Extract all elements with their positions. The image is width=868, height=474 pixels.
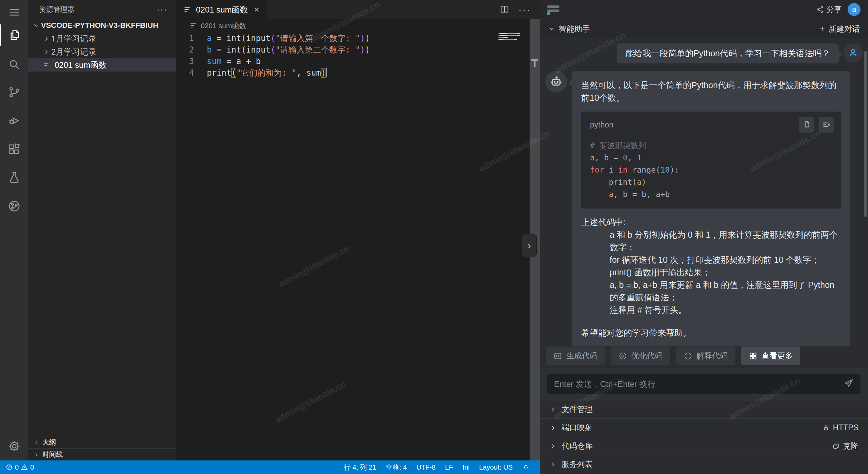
source-control-icon[interactable] — [0, 81, 28, 103]
chevron-right-icon — [42, 48, 51, 56]
insert-code-button[interactable] — [818, 117, 834, 133]
assistant-code-block: python # 斐波那契数列a, b = 0, 1for i in range… — [581, 112, 841, 209]
notifications-bell-icon[interactable] — [517, 463, 534, 472]
section-code-repo[interactable]: 代码仓库 克隆 — [540, 437, 868, 455]
minimap-letter: T — [530, 57, 540, 70]
robot-avatar-icon — [545, 71, 567, 93]
share-button[interactable]: 分享 — [816, 4, 842, 15]
explain-code-button[interactable]: 解释代码 — [676, 347, 735, 365]
closing-text: 希望能对您的学习带来帮助。 — [581, 327, 841, 339]
generate-code-button[interactable]: 生成代码 — [546, 347, 605, 365]
explain-item: a 和 b 分别初始化为 0 和 1，用来计算斐波那契数列的前两个数字； — [581, 229, 841, 254]
explorer-icon[interactable] — [0, 24, 28, 46]
indentation[interactable]: 空格: 4 — [381, 463, 412, 472]
explain-list: a 和 b 分别初始化为 0 和 1，用来计算斐波那契数列的前两个数字；for … — [581, 229, 841, 316]
user-avatar[interactable]: a — [848, 3, 861, 16]
status-bar: 0 0 行 4, 列 21 空格: 4 UTF-8 LF Ini Layout:… — [0, 460, 540, 474]
clone-icon — [832, 442, 840, 450]
share-icon — [816, 5, 824, 14]
new-chat-label: 新建对话 — [829, 24, 860, 34]
code-language-label: python — [590, 119, 613, 131]
assistant-intro-text: 当然可以，以下是一个简单的Python代码，用于求解斐波那契数列的前10个数。 — [581, 79, 841, 104]
run-debug-icon[interactable] — [0, 110, 28, 132]
view-more-button[interactable]: 查看更多 — [741, 347, 800, 365]
sidebar-item-folder1[interactable]: 1月学习记录 — [28, 32, 176, 45]
file1-label: 0201 sum函数 — [55, 60, 106, 71]
error-count: 0 — [15, 463, 19, 471]
assistant-header: 智能助手 新建对话 — [540, 20, 868, 38]
extensions-icon[interactable] — [0, 138, 28, 160]
chevron-right-icon — [549, 424, 557, 432]
new-chat-button[interactable]: 新建对话 — [818, 24, 860, 34]
cursor-position[interactable]: 行 4, 列 21 — [339, 463, 381, 472]
minimap[interactable] — [498, 33, 520, 41]
copy-code-button[interactable] — [799, 117, 814, 133]
testing-icon[interactable] — [0, 167, 28, 189]
editor-code[interactable]: 1a = int(input("请输入第一个数字: "))2b = int(in… — [176, 33, 524, 79]
eol[interactable]: LF — [440, 463, 458, 471]
panel-sections: 文件管理 端口映射 HTTPS 代码仓库 — [540, 400, 868, 474]
chat-area: 能给我一段简单的Python代码，学习一下相关语法吗？ 当然可以，以下是一个简单… — [540, 39, 868, 346]
file-icon — [183, 5, 192, 14]
timeline-section[interactable]: 时间线 — [28, 448, 176, 460]
warning-icon — [21, 463, 28, 471]
section-service-list[interactable]: 服务列表 — [540, 455, 868, 473]
outline-section[interactable]: 大纲 — [28, 436, 176, 448]
tree-root-folder[interactable]: VSCODE-PYTHON-V3-BKFFBIUH — [28, 19, 176, 32]
breadcrumb[interactable]: 0201 sum函数 — [189, 21, 246, 31]
lock-icon — [822, 424, 830, 432]
activity-bar — [0, 0, 28, 460]
tab-close-icon[interactable]: × — [254, 4, 259, 15]
explanation: 上述代码中: a 和 b 分别初始化为 0 和 1，用来计算斐波那契数列的前两个… — [581, 216, 841, 316]
panel-menu-icon[interactable] — [547, 4, 561, 15]
user-message-bubble: 能给我一段简单的Python代码，学习一下相关语法吗？ — [617, 43, 839, 63]
encoding[interactable]: UTF-8 — [412, 463, 440, 471]
sidebar-more-icon[interactable]: ··· — [157, 4, 167, 15]
editor-group: 0201 sum函数 × ··· 0201 sum函数 1a = int(inp… — [176, 0, 540, 460]
check-circle-icon — [618, 352, 627, 360]
send-icon[interactable] — [844, 378, 854, 390]
assistant-title: 智能助手 — [559, 24, 590, 34]
editor-more-icon[interactable]: ··· — [518, 4, 531, 15]
chevron-down-icon — [548, 25, 555, 33]
file-icon — [189, 22, 197, 30]
menu-icon[interactable] — [0, 1, 28, 23]
chevron-down-icon — [32, 22, 41, 29]
root-folder-label: VSCODE-PYTHON-V3-BKFFBIUH — [41, 21, 158, 30]
folder1-label: 1月学习记录 — [51, 33, 96, 44]
remote-explorer-icon[interactable] — [0, 195, 28, 217]
assistant-code-body[interactable]: # 斐波那契数列a, b = 0, 1for i in range(10): p… — [581, 135, 841, 209]
split-editor-icon[interactable] — [499, 4, 510, 16]
chat-input-box[interactable] — [547, 374, 861, 394]
problems-indicator[interactable]: 0 0 — [5, 463, 34, 471]
explorer-sidebar: 资源管理器 ··· VSCODE-PYTHON-V3-BKFFBIUH 1月学习… — [28, 0, 176, 460]
insert-icon — [822, 120, 831, 129]
keyboard-layout[interactable]: Layout: US — [474, 463, 517, 471]
quick-actions: 生成代码 优化代码 解释代码 查看更多 — [546, 347, 800, 365]
tab-sum[interactable]: 0201 sum函数 × — [176, 0, 266, 19]
assistant-collapse[interactable]: 智能助手 — [548, 24, 590, 34]
sidebar-item-file-sum[interactable]: 0201 sum函数 — [28, 58, 176, 72]
outline-label: 大纲 — [42, 438, 56, 447]
share-label: 分享 — [827, 4, 842, 15]
language-mode[interactable]: Ini — [458, 463, 474, 471]
chat-input[interactable] — [554, 379, 844, 389]
chevron-right-icon — [33, 451, 40, 458]
chevron-right-icon — [33, 439, 40, 446]
panel-scrollbar[interactable] — [864, 51, 867, 217]
explain-item: a, b = b, a+b 用来更新 a 和 b 的值，注意这里用到了 Pyth… — [581, 279, 841, 304]
sidebar-item-folder2[interactable]: 2月学习记录 — [28, 45, 176, 58]
optimize-code-button[interactable]: 优化代码 — [611, 347, 670, 365]
tab-bar: 0201 sum函数 × ··· — [176, 0, 540, 19]
section-port-mapping[interactable]: 端口映射 HTTPS — [540, 418, 868, 437]
https-badge[interactable]: HTTPS — [822, 423, 859, 432]
chevron-right-icon — [549, 442, 557, 450]
search-icon[interactable] — [0, 54, 28, 75]
person-icon — [847, 47, 859, 59]
section-file-manager[interactable]: 文件管理 — [540, 400, 868, 418]
panel-expand-button[interactable]: › — [522, 234, 536, 257]
clone-button[interactable]: 克隆 — [832, 441, 859, 451]
chevron-right-icon — [549, 461, 557, 468]
code-icon — [553, 352, 562, 360]
settings-gear-icon[interactable] — [0, 435, 28, 457]
